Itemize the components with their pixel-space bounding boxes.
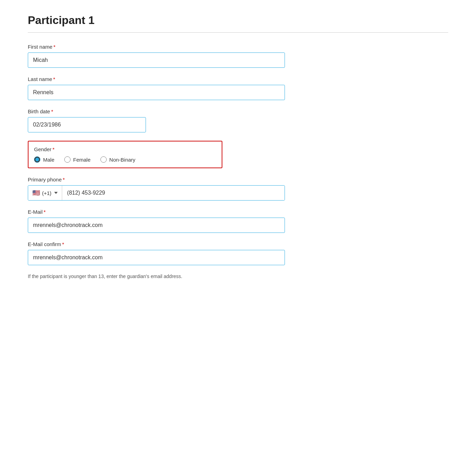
section-divider <box>28 32 448 33</box>
chevron-down-icon <box>54 192 58 194</box>
gender-option-nonbinary[interactable]: Non-Binary <box>100 156 136 163</box>
required-indicator: * <box>54 44 56 50</box>
birth-date-input[interactable] <box>28 117 146 132</box>
gender-box: Gender* Male Female Non-Binary <box>28 141 222 168</box>
first-name-label: First name* <box>28 44 448 50</box>
birth-date-label: Birth date* <box>28 108 448 114</box>
required-indicator: * <box>51 108 53 114</box>
required-indicator: * <box>63 177 65 182</box>
gender-option-female[interactable]: Female <box>64 156 91 163</box>
gender-radio-group: Male Female Non-Binary <box>34 156 216 163</box>
gender-radio-male[interactable] <box>34 156 40 163</box>
phone-number-input[interactable] <box>62 186 285 200</box>
last-name-input[interactable] <box>28 85 285 100</box>
first-name-group: First name* <box>28 44 448 68</box>
first-name-input[interactable] <box>28 52 285 68</box>
last-name-group: Last name* <box>28 76 448 100</box>
required-indicator: * <box>62 241 64 247</box>
country-code-selector[interactable]: 🇺🇸 (+1) <box>28 186 62 200</box>
last-name-label: Last name* <box>28 76 448 82</box>
required-indicator: * <box>53 76 55 82</box>
gender-label: Gender* <box>34 146 216 152</box>
country-code-label: (+1) <box>42 190 51 196</box>
email-confirm-group: E-Mail confirm* <box>28 241 448 265</box>
gender-option-male[interactable]: Male <box>34 156 55 163</box>
primary-phone-label: Primary phone* <box>28 177 448 182</box>
birth-date-group: Birth date* <box>28 108 448 132</box>
primary-phone-group: Primary phone* 🇺🇸 (+1) <box>28 177 448 201</box>
required-indicator: * <box>44 209 46 215</box>
required-indicator: * <box>52 146 55 152</box>
page-title: Participant 1 <box>28 14 448 27</box>
gender-group: Gender* Male Female Non-Binary <box>28 141 448 168</box>
gender-radio-female[interactable] <box>64 156 71 163</box>
phone-input-group: 🇺🇸 (+1) <box>28 185 285 201</box>
email-group: E-Mail* <box>28 209 448 233</box>
gender-radio-nonbinary[interactable] <box>100 156 107 163</box>
email-input[interactable] <box>28 218 285 233</box>
email-confirm-label: E-Mail confirm* <box>28 241 448 247</box>
email-label: E-Mail* <box>28 209 448 215</box>
email-confirm-input[interactable] <box>28 250 285 265</box>
us-flag-icon: 🇺🇸 <box>32 189 40 197</box>
email-help-text: If the participant is younger than 13, e… <box>28 274 448 279</box>
